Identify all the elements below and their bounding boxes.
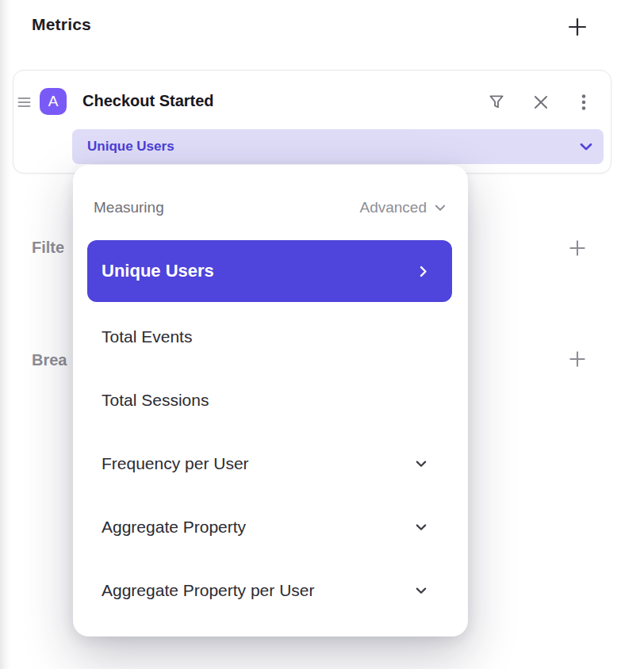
- remove-metric-button[interactable]: [529, 90, 553, 114]
- advanced-mode-label: Advanced: [359, 199, 427, 216]
- add-metric-button[interactable]: [563, 13, 592, 41]
- measuring-dropdown: Measuring Advanced Unique Users Total Ev…: [73, 165, 468, 637]
- kebab-menu-icon: [573, 92, 594, 113]
- metric-card: A Checkout Started Unique Users: [13, 70, 611, 174]
- chevron-down-icon: [433, 201, 447, 215]
- chevron-down-icon: [414, 583, 428, 598]
- menu-item-label: Aggregate Property: [102, 518, 246, 537]
- measurement-selector-label: Unique Users: [87, 139, 174, 155]
- menu-item-label: Frequency per User: [102, 454, 249, 473]
- menu-item-unique-users[interactable]: Unique Users: [87, 240, 452, 302]
- add-filter-button[interactable]: [564, 235, 591, 262]
- close-icon: [531, 92, 551, 113]
- menu-item-label: Unique Users: [102, 261, 214, 281]
- chevron-right-icon: [416, 265, 430, 278]
- menu-item-frequency-per-user[interactable]: Frequency per User: [87, 432, 452, 495]
- measuring-label: Measuring: [94, 199, 164, 216]
- filters-section-label: Filte: [32, 239, 64, 257]
- menu-item-label: Aggregate Property per User: [102, 581, 314, 600]
- chevron-down-icon: [414, 457, 428, 471]
- menu-item-total-events[interactable]: Total Events: [87, 305, 452, 369]
- filter-metric-button[interactable]: [485, 90, 508, 114]
- metrics-panel: Metrics Filte Brea A Checkout Started: [0, 0, 644, 669]
- event-name[interactable]: Checkout Started: [82, 92, 214, 110]
- drag-handle-icon[interactable]: [17, 96, 32, 108]
- plus-icon: [567, 238, 588, 258]
- more-options-button[interactable]: [572, 90, 596, 114]
- page-title: Metrics: [32, 15, 91, 34]
- menu-item-total-sessions[interactable]: Total Sessions: [87, 369, 452, 432]
- chevron-down-icon: [414, 520, 428, 534]
- menu-item-aggregate-property[interactable]: Aggregate Property: [87, 495, 452, 559]
- plus-icon: [566, 16, 588, 38]
- measurement-selector[interactable]: Unique Users: [72, 129, 604, 164]
- metric-series-badge: A: [40, 88, 67, 115]
- panel-edge-shadow: [0, 0, 11, 669]
- chevron-down-icon: [578, 139, 594, 155]
- menu-item-aggregate-property-per-user[interactable]: Aggregate Property per User: [87, 559, 452, 622]
- breakdowns-section-label: Brea: [32, 351, 67, 369]
- menu-item-label: Total Sessions: [102, 391, 209, 410]
- measuring-header-row: Measuring Advanced: [94, 197, 447, 219]
- funnel-icon: [486, 92, 507, 113]
- advanced-mode-select[interactable]: Advanced: [359, 199, 447, 216]
- plus-icon: [567, 349, 588, 369]
- menu-item-label: Total Events: [102, 327, 192, 346]
- add-breakdown-button[interactable]: [564, 346, 591, 373]
